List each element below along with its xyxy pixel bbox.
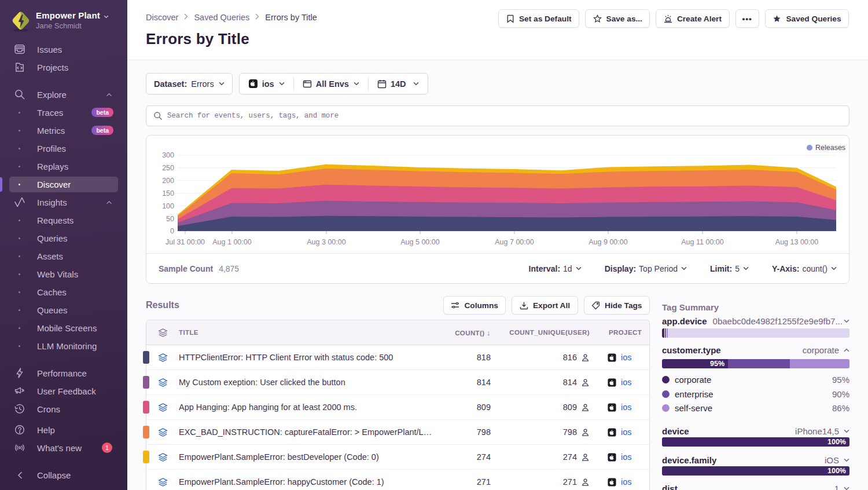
- svg-text:Aug 9 00:00: Aug 9 00:00: [589, 238, 627, 246]
- svg-text:Aug 13 00:00: Aug 13 00:00: [775, 238, 818, 246]
- svg-text:Aug 7 00:00: Aug 7 00:00: [495, 238, 534, 246]
- svg-text:Aug 5 00:00: Aug 5 00:00: [400, 238, 439, 246]
- svg-text:100: 100: [162, 202, 174, 210]
- svg-text:Aug 1 00:00: Aug 1 00:00: [212, 238, 251, 246]
- svg-text:150: 150: [162, 189, 174, 198]
- svg-text:Aug 11 00:00: Aug 11 00:00: [681, 238, 723, 246]
- svg-text:50: 50: [166, 215, 174, 223]
- svg-text:300: 300: [162, 151, 174, 159]
- svg-text:200: 200: [162, 177, 174, 185]
- svg-text:250: 250: [162, 164, 174, 172]
- svg-text:Jul 31 00:00: Jul 31 00:00: [165, 238, 205, 246]
- svg-text:Aug 3 00:00: Aug 3 00:00: [307, 238, 345, 246]
- svg-text:0: 0: [170, 227, 174, 235]
- svg-text:Releases: Releases: [815, 144, 845, 152]
